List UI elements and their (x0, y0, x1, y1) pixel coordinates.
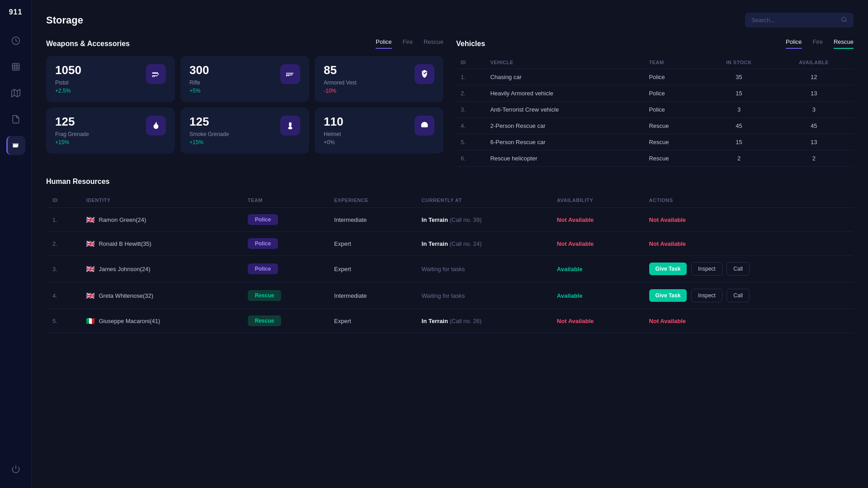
vehicle-row-available: 3 (774, 102, 854, 118)
pistol-count: 1050 (55, 64, 81, 76)
weapon-icon[interactable] (6, 136, 25, 155)
currently-at-waiting: Waiting for tasks (422, 266, 465, 272)
availability-no: Not Available (557, 318, 594, 324)
vehicles-title: Vehicles (456, 40, 485, 48)
availability-no: Not Available (557, 240, 594, 247)
col-team: TEAM (644, 56, 703, 69)
inspect-button[interactable]: Inspect (691, 289, 722, 302)
hr-row-experience: Expert (328, 309, 415, 333)
weapons-tabs: Police Fire Rescue (376, 38, 443, 49)
vehicle-row-id: 3. (456, 102, 486, 118)
hr-row-actions: Not Available (643, 208, 854, 232)
vehicles-tab-rescue[interactable]: Rescue (834, 38, 854, 49)
vehicle-row-name: 6-Person Rescue car (486, 134, 644, 150)
rifle-name: Rifle (189, 80, 209, 86)
team-badge: Police (248, 214, 278, 225)
vest-change: -10% (324, 88, 357, 94)
vehicle-row-available: 12 (774, 69, 854, 85)
weapons-tab-police[interactable]: Police (376, 38, 392, 49)
vehicle-row-id: 5. (456, 134, 486, 150)
vehicle-row-stock: 2 (703, 150, 774, 167)
hr-row-identity: 🇬🇧 James Johnson(24) (80, 256, 241, 282)
vehicles-tab-fire[interactable]: Fire (813, 38, 823, 49)
call-info: (Call no. 39) (449, 216, 481, 223)
hr-row-actions: Give Task Inspect Call (643, 256, 854, 282)
vehicle-row-name: Rescue helicopter (486, 150, 644, 167)
vehicle-row-available: 13 (774, 85, 854, 102)
vehicle-row: 1. Chasing car Police 35 12 (456, 69, 854, 85)
vest-count: 85 (324, 64, 357, 76)
top-section: Weapons & Accessories Police Fire Rescue… (46, 38, 854, 167)
hr-row-actions: Give Task Inspect Call (643, 282, 854, 309)
team-badge: Rescue (248, 315, 282, 326)
file-icon[interactable] (6, 110, 25, 129)
svg-point-17 (288, 127, 292, 130)
search-input[interactable] (751, 17, 837, 23)
hr-row-id: 2. (46, 232, 80, 256)
hr-row-currently-at: In Terrain (Call no. 24) (415, 232, 551, 256)
vehicle-row-name: Chasing car (486, 69, 644, 85)
page-title: Storage (46, 14, 83, 26)
hr-row: 2. 🇬🇧 Ronald B Hewitt(35) Police Expert … (46, 232, 854, 256)
smoke-name: Smoke Grenade (189, 131, 229, 137)
weapon-card-pistol: 1050 Pistol +2.5% (46, 56, 175, 102)
hr-col-currently-at: CURRENTLY AT (415, 193, 551, 208)
vehicle-row-stock: 35 (703, 69, 774, 85)
vest-name: Armored Vest (324, 80, 357, 86)
vehicle-row-name: Anti-Terrorist Crew vehicle (486, 102, 644, 118)
weapons-tab-fire[interactable]: Fire (403, 38, 413, 49)
weapons-title: Weapons & Accessories (46, 40, 130, 48)
call-button[interactable]: Call (726, 262, 750, 276)
hr-row-id: 4. (46, 282, 80, 309)
hr-row: 1. 🇬🇧 Ramon Green(24) Police Intermediat… (46, 208, 854, 232)
search-icon (841, 16, 847, 24)
flag-icon: 🇬🇧 (86, 291, 95, 300)
vehicle-row-available: 13 (774, 134, 854, 150)
vehicle-row-team: Police (644, 102, 703, 118)
call-info: (Call no. 24) (449, 240, 481, 247)
vehicles-tab-police[interactable]: Police (786, 38, 802, 49)
smoke-icon (280, 116, 300, 136)
map-icon[interactable] (6, 84, 25, 103)
hr-row-experience: Intermediate (328, 208, 415, 232)
person-name: Giuseppe Macaroni(41) (99, 318, 160, 324)
weapon-info-rifle: 300 Rifle +5% (189, 64, 209, 94)
frag-name: Frag Grenade (55, 131, 89, 137)
weapon-card-frag: 125 Frag Grenade +15% (46, 108, 175, 154)
vehicle-row-id: 2. (456, 85, 486, 102)
chart-icon[interactable] (6, 57, 25, 76)
weapons-tab-rescue[interactable]: Rescue (424, 38, 443, 49)
hr-row-experience: Expert (328, 232, 415, 256)
hr-row-identity: 🇬🇧 Ramon Green(24) (80, 208, 241, 232)
rifle-count: 300 (189, 64, 209, 76)
flag-icon: 🇬🇧 (86, 239, 95, 248)
vest-icon (415, 64, 434, 84)
vehicle-row-id: 6. (456, 150, 486, 167)
hr-row-team: Police (241, 256, 328, 282)
hr-row-id: 1. (46, 208, 80, 232)
weapon-info-vest: 85 Armored Vest -10% (324, 64, 357, 94)
weapon-info-helmet: 110 Helmet +0% (324, 116, 343, 145)
frag-change: +15% (55, 139, 89, 145)
give-task-button[interactable]: Give Task (649, 263, 687, 275)
search-box[interactable] (745, 13, 854, 28)
hr-row-experience: Expert (328, 256, 415, 282)
hr-row-identity: 🇬🇧 Ronald B Hewitt(35) (80, 232, 241, 256)
action-not-available: Not Available (649, 240, 686, 247)
give-task-button[interactable]: Give Task (649, 289, 687, 302)
inspect-button[interactable]: Inspect (691, 262, 722, 276)
weapon-card-smoke: 125 Smoke Grenade +15% (180, 108, 309, 154)
hr-table-body: 1. 🇬🇧 Ramon Green(24) Police Intermediat… (46, 208, 854, 333)
hr-row-experience: Intermediate (328, 282, 415, 309)
power-icon[interactable] (6, 460, 25, 479)
currently-at-terrain: In Terrain (Call no. 26) (422, 318, 482, 324)
col-available: AVAILABLE (774, 56, 854, 69)
call-button[interactable]: Call (726, 289, 750, 302)
activity-icon[interactable] (6, 31, 25, 50)
weapon-card-rifle: 300 Rifle +5% (180, 56, 309, 102)
vehicle-row-team: Rescue (644, 134, 703, 150)
weapon-info-smoke: 125 Smoke Grenade +15% (189, 116, 229, 145)
vehicles-tabs: Police Fire Rescue (786, 38, 854, 49)
team-badge: Rescue (248, 290, 282, 301)
rifle-icon (280, 64, 300, 84)
